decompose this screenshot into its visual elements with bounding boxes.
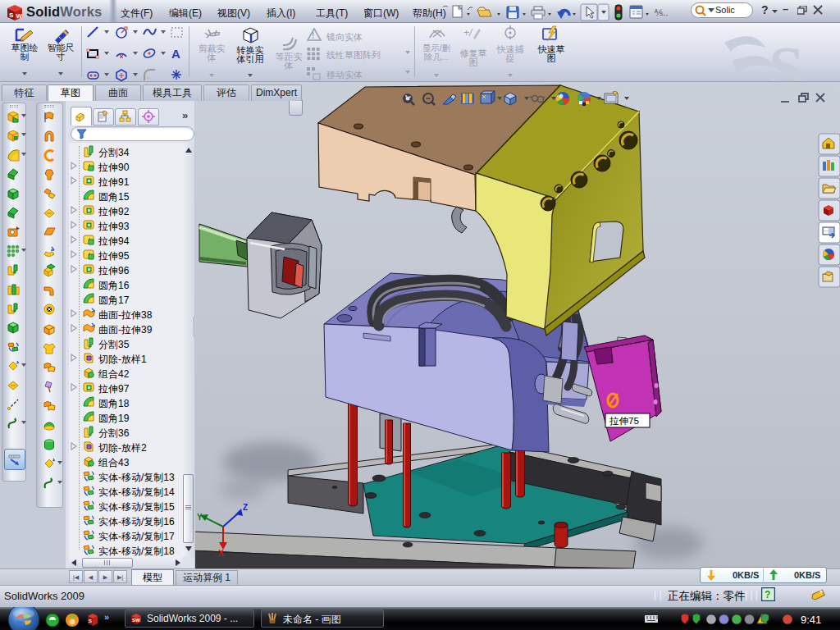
svg-text:X: X — [218, 549, 224, 558]
svg-text:»: » — [104, 612, 109, 622]
svg-text:拉伸75: 拉伸75 — [609, 416, 639, 426]
svg-text:S: S — [89, 619, 92, 623]
svg-text:W: W — [16, 12, 23, 20]
svg-text:Z: Z — [243, 503, 248, 512]
svg-text:Y: Y — [197, 513, 203, 522]
svg-text:SW: SW — [132, 618, 140, 623]
svg-text:+/: +/ — [463, 27, 473, 39]
svg-text:S: S — [9, 11, 14, 19]
svg-text:!: ! — [312, 31, 314, 40]
svg-text:S: S — [769, 33, 804, 81]
svg-text:⅍..: ⅍.. — [654, 7, 668, 17]
svg-text:?: ? — [765, 589, 770, 600]
svg-text:A: A — [171, 47, 180, 61]
